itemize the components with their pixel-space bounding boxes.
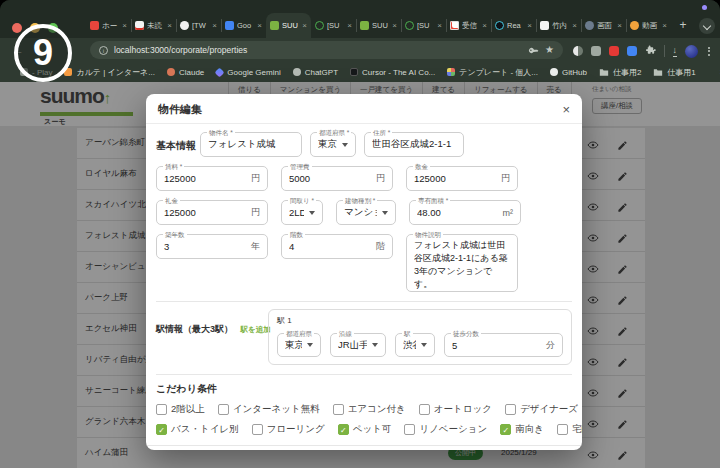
tab-close-icon[interactable]: × [347, 22, 352, 30]
password-key-icon[interactable] [528, 45, 539, 56]
condition-checkbox[interactable]: 宅配ボックス [557, 423, 582, 436]
browser-menu-icon[interactable] [706, 46, 712, 57]
tab-close-icon[interactable]: × [122, 22, 127, 30]
browser-tab[interactable]: Goo× [221, 13, 266, 38]
condition-checkbox[interactable]: ペット可 [338, 423, 392, 436]
condition-checkbox[interactable]: デザイナーズ [505, 403, 578, 416]
url-text[interactable]: localhost:3000/corporate/properties [114, 45, 522, 55]
condition-checkbox[interactable]: エアコン付き [333, 403, 406, 416]
basic-info-section-label: 基本情報 [156, 132, 192, 153]
annotation-badge-9: 9 [14, 24, 72, 82]
condition-checkbox[interactable]: フローリング [252, 423, 325, 436]
floors-field[interactable]: 階数 4 階 [281, 234, 393, 259]
tab-favicon-suumo-icon [270, 21, 279, 30]
condition-checkbox[interactable]: 南向き [500, 423, 544, 436]
building-type-select[interactable]: 建物種別 * マンション [336, 200, 396, 225]
add-station-link[interactable]: 駅を追加 [240, 325, 270, 334]
bookmark-star-icon[interactable]: ★ [545, 45, 554, 55]
station-prefecture-select[interactable]: 都道府県 東京都 [277, 333, 321, 357]
download-icon[interactable]: ↓ [673, 46, 678, 57]
tab-close-icon[interactable]: × [662, 22, 667, 30]
toolbar-divider [664, 45, 665, 57]
modal-header: 物件編集 × [146, 94, 582, 124]
profile-avatar[interactable] [685, 45, 698, 58]
prefecture-select[interactable]: 都道府県 * 東京都 [310, 132, 356, 157]
bookmark-item[interactable]: テンプレート - 個人... [447, 67, 538, 78]
browser-tab[interactable]: 受信× [446, 13, 491, 38]
address-bar[interactable]: i localhost:3000/corporate/properties ★ [90, 41, 563, 59]
tab-close-icon[interactable]: × [527, 22, 532, 30]
dropdown-caret-icon [382, 211, 388, 215]
floor-plan-select[interactable]: 間取り * 2LDK [281, 200, 323, 225]
browser-tab[interactable]: 竹内× [536, 13, 581, 38]
condition-checkbox[interactable]: インターネット無料 [218, 403, 320, 416]
bookmark-item[interactable]: カルテ | インターネ... [64, 67, 155, 78]
area-field[interactable]: 専有面積 * 48.00 m² [409, 200, 521, 225]
deposit-field[interactable]: 敷金 125000 円 [406, 166, 518, 191]
browser-tab[interactable]: 未読× [131, 13, 176, 38]
browser-tab[interactable]: [SU× [401, 13, 446, 38]
property-name-field[interactable]: 物件名 * フォレスト成城 [200, 132, 302, 157]
browser-tab[interactable]: Rea× [491, 13, 536, 38]
tab-close-icon[interactable]: × [482, 22, 487, 30]
extension-red-icon[interactable] [609, 46, 619, 56]
extension-blue-icon[interactable] [627, 46, 637, 56]
tab-close-icon[interactable]: × [167, 22, 172, 30]
browser-tab[interactable]: 画面× [581, 13, 626, 38]
station-select[interactable]: 駅 渋谷 [395, 333, 435, 357]
tab-close-icon[interactable]: × [302, 22, 307, 30]
checkbox-icon [505, 404, 516, 415]
building-age-field[interactable]: 築年数 3 年 [156, 234, 268, 259]
condition-checkbox[interactable]: オートロック [419, 403, 492, 416]
dropdown-caret-icon [342, 143, 348, 147]
browser-tab[interactable]: SUU× [356, 13, 401, 38]
tab-favicon-github-icon [180, 21, 189, 30]
rent-field[interactable]: 賃料 * 125000 円 [156, 166, 268, 191]
extensions-puzzle-icon[interactable] [645, 42, 656, 60]
close-icon[interactable]: × [562, 103, 570, 116]
tab-favicon-person-icon [585, 21, 594, 30]
tab-close-icon[interactable]: × [572, 22, 577, 30]
tab-favicon-w-icon [540, 21, 549, 30]
close-window-button[interactable] [12, 23, 22, 33]
site-info-icon[interactable]: i [99, 46, 108, 55]
browser-tab[interactable]: [SU× [311, 13, 356, 38]
extension-gray-icon[interactable] [591, 46, 601, 56]
bookmark-item[interactable]: Claude [167, 68, 204, 77]
bookmark-item[interactable]: GitHub [550, 68, 587, 77]
station-section-label: 駅情報（最大3駅） [156, 324, 233, 334]
browser-tab-active[interactable]: SUU× [266, 13, 311, 38]
line-select[interactable]: 沿線 JR山手線 [330, 333, 386, 357]
new-tab-button[interactable]: + [676, 19, 690, 33]
bookmark-item[interactable]: ChatGPT [293, 68, 338, 77]
tab-close-icon[interactable]: × [257, 22, 262, 30]
gemini-icon [215, 67, 225, 77]
dropdown-caret-icon [309, 211, 315, 215]
condition-checkbox[interactable]: バス・トイレ別 [156, 423, 239, 436]
walk-minutes-field[interactable]: 徒歩分数 5 分 [444, 333, 563, 357]
checkbox-icon [419, 404, 430, 415]
tab-search-chevron-icon[interactable] [699, 18, 715, 34]
tab-close-icon[interactable]: × [617, 22, 622, 30]
bookmark-item[interactable]: Cursor - The AI Co... [350, 68, 435, 77]
checkbox-icon [557, 424, 568, 435]
management-fee-field[interactable]: 管理費 5000 円 [281, 166, 393, 191]
tab-close-icon[interactable]: × [437, 22, 442, 30]
condition-checkbox[interactable]: リノベーション [404, 423, 487, 436]
tab-close-icon[interactable]: × [212, 22, 217, 30]
extension-contrast-icon[interactable] [573, 46, 583, 56]
browser-tab[interactable]: [TW× [176, 13, 221, 38]
bookmark-folder[interactable]: 仕事用1 [653, 67, 695, 78]
tab-favicon-green-icon [360, 21, 369, 30]
browser-tab[interactable]: 動画× [626, 13, 671, 38]
address-field[interactable]: 住所 * 世田谷区成城2-1-1 [364, 132, 464, 157]
key-money-field[interactable]: 礼金 125000 円 [156, 200, 268, 225]
description-textarea[interactable]: 物件説明 フォレスト成城は世田谷区成城2-1-1にある築3年のマンションです。 [406, 234, 518, 292]
bookmark-folder[interactable]: 仕事用2 [599, 67, 641, 78]
checkbox-checked-icon [156, 424, 167, 435]
checkbox-icon [333, 404, 344, 415]
condition-checkbox[interactable]: 2階以上 [156, 403, 205, 416]
tab-close-icon[interactable]: × [392, 22, 397, 30]
bookmark-item[interactable]: Google Gemini [216, 68, 280, 77]
browser-tab[interactable]: ホー× [86, 13, 131, 38]
